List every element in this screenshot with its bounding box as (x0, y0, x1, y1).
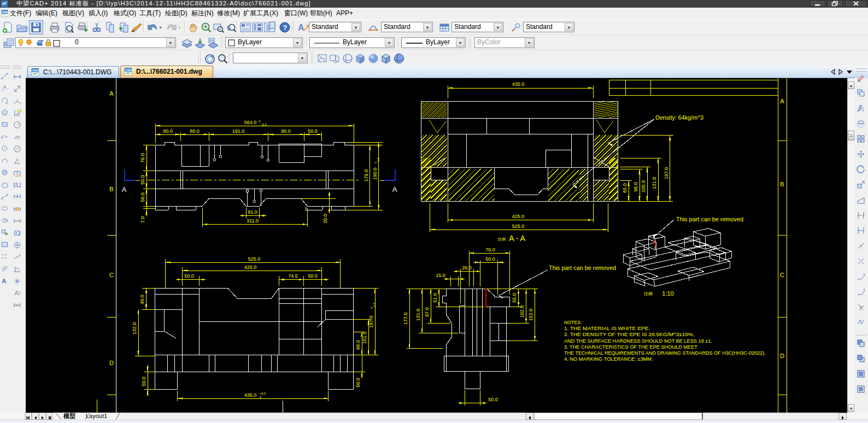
svg-text:525.0: 525.0 (248, 256, 261, 262)
svg-text:AND THE SURFACE HARDNESS SHOUL: AND THE SURFACE HARDNESS SHOULD NOT BE L… (564, 338, 712, 344)
svg-text:2. THE DENSITY OF THE EPE IS 2: 2. THE DENSITY OF THE EPE IS 28.5KG/M^3±… (564, 332, 695, 337)
svg-text:76.0: 76.0 (485, 247, 495, 252)
svg-text:1:10: 1:10 (662, 290, 673, 297)
svg-text:66.0: 66.0 (355, 340, 361, 350)
svg-text:435.0: 435.0 (244, 392, 257, 398)
svg-text:564.0: 564.0 (244, 120, 257, 125)
svg-text:131.0: 131.0 (415, 309, 421, 321)
svg-text:A: A (2, 278, 7, 284)
svg-text:425.0: 425.0 (512, 214, 525, 219)
svg-text:-5.0: -5.0 (261, 123, 266, 126)
svg-text:?: ? (283, 24, 288, 32)
svg-text:132.0: 132.0 (132, 322, 137, 335)
svg-text:74.5: 74.5 (288, 273, 298, 279)
svg-text:C: C (780, 272, 784, 278)
svg-text:177.0: 177.0 (403, 313, 408, 325)
svg-text:A: A (392, 185, 397, 193)
svg-text:435.0: 435.0 (512, 81, 525, 87)
svg-text:97.0: 97.0 (424, 307, 430, 317)
svg-text:4. NO MARKING TOLERANCE: ±3MM.: 4. NO MARKING TOLERANCE: ±3MM. (564, 356, 653, 362)
svg-text:+.1: +.1 (15, 231, 21, 235)
svg-text:20.0: 20.0 (322, 214, 328, 224)
svg-text:102.0: 102.0 (519, 306, 525, 318)
svg-text:525.0: 525.0 (512, 224, 525, 229)
svg-text:425.0: 425.0 (244, 265, 257, 270)
svg-text:比例: 比例 (644, 291, 653, 296)
svg-text:123: 123 (15, 174, 20, 177)
svg-text:D: D (780, 352, 784, 359)
svg-text:96.0: 96.0 (633, 182, 638, 192)
svg-text:191.0: 191.0 (232, 128, 245, 134)
svg-text:This part can be removed: This part can be removed (676, 216, 743, 222)
svg-text:80.0: 80.0 (163, 128, 173, 134)
svg-text:311.0: 311.0 (247, 218, 259, 224)
svg-text:197.0: 197.0 (368, 316, 374, 328)
svg-text:26.0: 26.0 (462, 265, 472, 271)
svg-text:A: A (298, 23, 304, 32)
svg-text:51.0: 51.0 (432, 293, 438, 303)
svg-text:A: A (122, 185, 127, 193)
svg-text:比例: 比例 (498, 237, 506, 242)
svg-text:+3.0: +3.0 (260, 392, 266, 395)
svg-text:D: D (109, 360, 114, 366)
svg-text:65.0: 65.0 (622, 183, 627, 193)
svg-text:176.0: 176.0 (363, 169, 369, 182)
svg-text:1. THE MATERIAL IS WHITE EPE.: 1. THE MATERIAL IS WHITE EPE. (564, 326, 650, 331)
svg-text:DWG: DWG (32, 69, 39, 72)
svg-text:50.0: 50.0 (140, 192, 145, 202)
svg-text:B: B (109, 186, 113, 192)
svg-text:90.0: 90.0 (281, 128, 291, 134)
svg-text:3. THE CHARACTERISTICS OF THE: 3. THE CHARACTERISTICS OF THE EPE SHOULD… (564, 344, 697, 350)
svg-text:80.0: 80.0 (190, 128, 200, 134)
svg-text:A - A: A - A (509, 234, 525, 243)
svg-text:50.0: 50.0 (355, 378, 361, 387)
svg-text:197.0: 197.0 (664, 167, 669, 180)
svg-text:50.0: 50.0 (184, 273, 194, 279)
svg-text:131.0: 131.0 (652, 177, 657, 190)
svg-text:105.0: 105.0 (641, 180, 646, 193)
svg-text:NOTES:: NOTES: (564, 320, 582, 325)
svg-text:76.0: 76.0 (140, 153, 145, 163)
svg-text:50.0: 50.0 (308, 128, 318, 134)
svg-text:B: B (780, 181, 784, 187)
svg-text:A: A (109, 90, 114, 97)
svg-text:50.0: 50.0 (308, 273, 318, 279)
svg-text:-0.5: -0.5 (373, 302, 376, 307)
svg-text:DWG: DWG (125, 68, 132, 72)
svg-text:55.0: 55.0 (512, 293, 517, 303)
svg-text:Density: 64kg/m^3: Density: 64kg/m^3 (655, 115, 703, 121)
svg-text:0: 0 (259, 120, 260, 123)
svg-text:15.0: 15.0 (436, 273, 445, 278)
svg-text:101.0: 101.0 (362, 332, 367, 344)
svg-text:40.0: 40.0 (139, 295, 145, 304)
svg-text:DWG: DWG (2, 11, 9, 14)
svg-text:A: A (780, 98, 784, 104)
svg-text:This part can be removed: This part can be removed (549, 265, 616, 271)
svg-text:50.0: 50.0 (140, 175, 145, 185)
svg-text:50.0: 50.0 (488, 397, 498, 402)
svg-text:91.0: 91.0 (248, 209, 257, 215)
svg-text:50.0: 50.0 (485, 256, 495, 262)
svg-text:0: 0 (260, 396, 261, 399)
svg-text:50.0: 50.0 (141, 377, 146, 386)
svg-text:190.0: 190.0 (372, 168, 378, 180)
svg-text:THE TECHNICAL REQUIREMENTS AND: THE TECHNICAL REQUIREMENTS AND DRAWING S… (564, 350, 766, 356)
svg-text:7.0: 7.0 (140, 216, 145, 224)
svg-text:152.0: 152.0 (528, 309, 533, 321)
svg-text:C: C (109, 272, 114, 278)
svg-text:-0.5: -0.5 (377, 157, 380, 162)
